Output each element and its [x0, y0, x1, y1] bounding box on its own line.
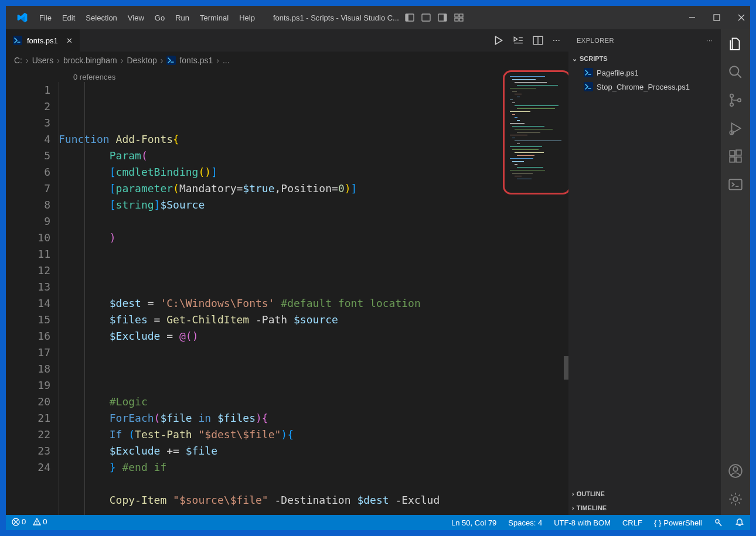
- status-errors[interactable]: 0: [12, 517, 26, 528]
- layout-controls: [405, 13, 464, 22]
- svg-rect-8: [455, 18, 458, 21]
- svg-rect-31: [730, 157, 735, 162]
- status-spaces[interactable]: Spaces: 4: [508, 518, 542, 527]
- status-bar: 0 0 Ln 50, Col 79 Spaces: 4 UTF-8 with B…: [6, 515, 750, 530]
- section-scripts[interactable]: ⌄ SCRIPTS: [568, 52, 721, 66]
- menu-run[interactable]: Run: [170, 10, 195, 26]
- sidebar-header: EXPLORER ···: [568, 29, 721, 52]
- chevron-right-icon: ›: [572, 490, 574, 497]
- status-bell-icon[interactable]: [735, 518, 744, 527]
- powershell-icon: [584, 82, 593, 91]
- menu-view[interactable]: View: [122, 10, 149, 26]
- status-feedback-icon[interactable]: [714, 518, 723, 527]
- svg-rect-34: [729, 179, 742, 189]
- svg-rect-1: [406, 14, 408, 21]
- panel-right-icon[interactable]: [438, 13, 447, 22]
- minimap-scroll-thumb[interactable]: [564, 356, 568, 380]
- crumb-users[interactable]: Users: [32, 56, 54, 65]
- vscode-logo-icon: [16, 12, 28, 23]
- svg-rect-9: [459, 18, 463, 21]
- editor-area: fonts.ps1 ✕ ··· C:› Users› brock.bingham…: [6, 29, 568, 515]
- status-encoding[interactable]: UTF-8 with BOM: [554, 518, 611, 527]
- panel-bottom-icon[interactable]: [421, 13, 431, 22]
- tab-label: fonts.ps1: [27, 36, 58, 45]
- svg-point-37: [733, 497, 738, 501]
- maximize-button[interactable]: [713, 13, 721, 22]
- svg-point-23: [730, 66, 738, 75]
- section-scripts-label: SCRIPTS: [580, 55, 608, 62]
- tree-item-label: Pagefile.ps1: [597, 69, 639, 77]
- status-language[interactable]: { }PowerShell: [654, 518, 702, 527]
- search-icon[interactable]: [728, 64, 743, 80]
- svg-point-27: [738, 98, 741, 101]
- tree-item-stopchrome[interactable]: Stop_Chrome_Process.ps1: [568, 80, 721, 94]
- status-eol[interactable]: CRLF: [622, 518, 642, 527]
- close-button[interactable]: [737, 13, 745, 22]
- title-bar: File Edit Selection View Go Run Terminal…: [6, 6, 750, 29]
- section-outline[interactable]: › OUTLINE: [568, 487, 721, 501]
- extensions-icon[interactable]: [728, 149, 743, 164]
- customize-layout-icon[interactable]: [454, 13, 464, 22]
- svg-rect-7: [459, 14, 463, 17]
- split-editor-icon[interactable]: [533, 35, 543, 46]
- powershell-ext-icon[interactable]: [728, 177, 743, 192]
- svg-rect-5: [444, 14, 447, 21]
- window-title: fonts.ps1 - Scripts - Visual Studio C...: [273, 13, 399, 22]
- crumb-user[interactable]: brock.bingham: [63, 56, 117, 65]
- tree-item-label: Stop_Chrome_Process.ps1: [597, 83, 690, 91]
- explorer-title: EXPLORER: [577, 37, 614, 44]
- files-icon[interactable]: [728, 36, 743, 52]
- run-selection-icon[interactable]: [513, 35, 523, 46]
- panel-left-icon[interactable]: [405, 13, 414, 22]
- powershell-icon: [584, 68, 593, 77]
- svg-rect-32: [736, 157, 741, 162]
- menu-terminal[interactable]: Terminal: [195, 10, 234, 26]
- tree-item-pagefile[interactable]: Pagefile.ps1: [568, 66, 721, 80]
- breadcrumbs[interactable]: C:› Users› brock.bingham› Desktop› fonts…: [6, 52, 568, 69]
- crumb-more[interactable]: ...: [223, 56, 230, 65]
- gear-icon[interactable]: [728, 491, 743, 507]
- svg-rect-11: [714, 15, 720, 21]
- more-icon[interactable]: ···: [553, 35, 560, 46]
- run-icon[interactable]: [493, 35, 503, 46]
- tabs-row: fonts.ps1 ✕ ···: [6, 29, 568, 52]
- chevron-down-icon: ⌄: [572, 55, 577, 63]
- tab-close-icon[interactable]: ✕: [66, 36, 73, 45]
- accounts-icon[interactable]: [728, 463, 743, 479]
- minimap[interactable]: [504, 69, 568, 515]
- svg-point-42: [36, 523, 38, 524]
- menu-edit[interactable]: Edit: [57, 10, 80, 26]
- menu-help[interactable]: Help: [234, 10, 260, 26]
- crumb-file[interactable]: fonts.ps1: [179, 56, 213, 65]
- chevron-right-icon: ›: [572, 504, 574, 511]
- svg-point-25: [730, 94, 733, 97]
- powershell-icon: [13, 36, 22, 45]
- svg-point-36: [733, 467, 738, 472]
- sidebar: EXPLORER ··· ⌄ SCRIPTS Pagefile.ps1 Stop…: [568, 29, 721, 515]
- vscode-window: File Edit Selection View Go Run Terminal…: [6, 6, 750, 530]
- activity-bar: [721, 29, 750, 515]
- editor[interactable]: 0 references 123456789101112131415161718…: [6, 69, 568, 515]
- section-timeline[interactable]: › TIMELINE: [568, 501, 721, 515]
- status-warnings[interactable]: 0: [33, 517, 47, 528]
- menu-go[interactable]: Go: [149, 10, 170, 26]
- status-position[interactable]: Ln 50, Col 79: [451, 518, 496, 527]
- menu-file[interactable]: File: [34, 10, 57, 26]
- tab-fonts-ps1[interactable]: fonts.ps1 ✕: [6, 29, 80, 52]
- menu-selection[interactable]: Selection: [80, 10, 122, 26]
- section-timeline-label: TIMELINE: [577, 504, 607, 511]
- minimize-button[interactable]: [688, 13, 696, 22]
- svg-rect-30: [730, 151, 735, 156]
- crumb-desktop[interactable]: Desktop: [127, 56, 156, 65]
- code-content[interactable]: Function Add-Fonts{ Param( [cmdletBindin…: [59, 69, 568, 515]
- source-control-icon[interactable]: [728, 93, 743, 108]
- run-debug-icon[interactable]: [728, 121, 743, 136]
- crumb-root[interactable]: C:: [14, 56, 22, 65]
- line-numbers: 123456789101112131415161718192021222324: [6, 69, 59, 515]
- svg-line-24: [737, 74, 741, 78]
- svg-point-26: [730, 103, 733, 106]
- svg-rect-6: [455, 14, 458, 17]
- sidebar-more-icon[interactable]: ···: [706, 37, 713, 44]
- powershell-icon: [166, 56, 176, 65]
- svg-rect-33: [736, 150, 741, 155]
